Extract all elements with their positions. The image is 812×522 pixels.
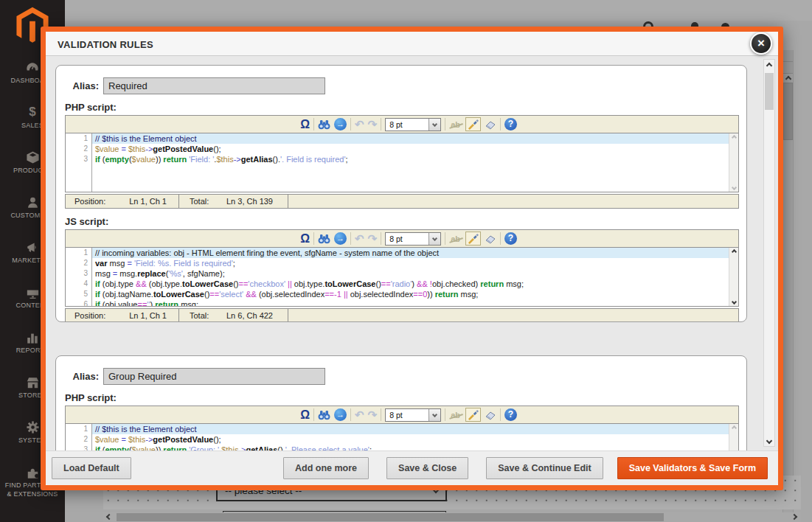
validation-rules-modal: × VALIDATION RULES Alias: PHP script: Ω … <box>41 27 783 490</box>
scroll-left-icon[interactable] <box>106 514 112 520</box>
spellcheck-icon[interactable]: ab <box>449 234 462 243</box>
code-line: 3if (empty($value)) return 'Field: '.$th… <box>66 154 738 164</box>
save-close-button[interactable]: Save & Close <box>386 457 468 479</box>
modal-body: Alias: PHP script: Ω → ↶ ↷ 8 pt ab ? 1//… <box>46 56 778 450</box>
special-char-icon[interactable]: Ω <box>300 118 310 131</box>
alias-row: Alias: <box>65 368 739 385</box>
modal-title: VALIDATION RULES <box>58 39 153 50</box>
code-line: 5if (obj.tagName.toLowerCase()=='select'… <box>66 289 738 299</box>
page-horizontal-scrollbar[interactable] <box>103 512 801 522</box>
editor-toolbar: Ω → ↶ ↷ 8 pt ab ? <box>65 115 739 133</box>
alias-input[interactable] <box>103 77 325 94</box>
font-size-select[interactable]: 8 pt <box>385 408 441 422</box>
alias-row: Alias: <box>65 77 739 94</box>
scroll-down-icon[interactable] <box>731 185 736 190</box>
help-icon[interactable]: ? <box>504 118 517 130</box>
editor-position-bar: Position:Ln 1, Ch 1Total:Ln 3, Ch 139 <box>65 194 739 209</box>
alias-input[interactable] <box>103 368 325 385</box>
modal-header: VALIDATION RULES <box>46 32 778 56</box>
editor-scrollbar[interactable] <box>729 133 738 192</box>
scrollbar-thumb[interactable] <box>783 83 793 140</box>
scroll-corner-box <box>783 50 793 62</box>
position-cell: Position:Ln 1, Ch 1 <box>66 195 179 208</box>
special-char-icon[interactable]: Ω <box>300 408 310 422</box>
highlight-icon[interactable] <box>465 232 481 246</box>
eraser-icon[interactable] <box>485 234 496 244</box>
editor-toolbar: Ω → ↶ ↷ 8 pt ab ? <box>65 406 739 424</box>
scroll-up-icon[interactable] <box>731 425 736 431</box>
validator-card-required: Alias: PHP script: Ω → ↶ ↷ 8 pt ab ? 1//… <box>55 65 747 322</box>
highlight-icon[interactable] <box>465 117 481 131</box>
scrollbar-thumb[interactable] <box>117 513 664 521</box>
goto-icon[interactable]: → <box>334 118 347 130</box>
chevron-down-icon[interactable] <box>428 119 440 130</box>
close-icon[interactable]: × <box>750 32 772 55</box>
scrollbar-thumb[interactable] <box>765 73 774 110</box>
save-validators-button[interactable]: Save Validators & Save Form <box>617 457 768 479</box>
find-icon[interactable] <box>318 234 330 244</box>
eraser-icon[interactable] <box>485 410 496 420</box>
code-editor[interactable]: 1// $this is the Element object2$value =… <box>65 133 739 192</box>
page-vertical-scrollbar[interactable] <box>782 50 794 522</box>
code-line: 2$value = $this->getPostedValue(); <box>66 434 738 445</box>
help-icon[interactable]: ? <box>504 408 517 421</box>
scroll-up-icon[interactable] <box>731 135 736 140</box>
alias-label: Alias: <box>65 371 99 382</box>
code-editor[interactable]: 1// $this is the Element object2$value =… <box>65 424 739 450</box>
redo-icon[interactable]: ↷ <box>368 233 378 245</box>
font-size-select[interactable]: 8 pt <box>385 118 441 131</box>
position-cell: Position:Ln 1, Ch 1 <box>66 309 179 322</box>
scroll-down-icon[interactable] <box>766 438 772 444</box>
code-line: 3msg = msg.replace('%s', sfgName); <box>66 268 738 279</box>
scroll-right-icon[interactable] <box>791 514 797 520</box>
editor-position-bar: Position:Ln 1, Ch 1Total:Ln 6, Ch 422 <box>65 308 739 322</box>
code-line: 1// $this is the Element object <box>66 133 738 144</box>
code-line: 1// $this is the Element object <box>66 424 738 434</box>
save-continue-button[interactable]: Save & Continue Edit <box>486 457 603 479</box>
code-line: 3if (empty($value)) return 'Group: '.$th… <box>66 445 738 450</box>
font-size-value: 8 pt <box>386 234 428 243</box>
special-char-icon[interactable]: Ω <box>300 232 310 246</box>
page-header-strip <box>65 0 812 21</box>
chevron-down-icon[interactable] <box>428 233 440 245</box>
code-line: 4if (obj.type && (obj.type.toLowerCase()… <box>66 279 738 289</box>
scroll-down-icon[interactable] <box>731 299 736 304</box>
chevron-down-icon[interactable] <box>428 409 440 421</box>
redo-icon[interactable]: ↷ <box>368 409 378 421</box>
spellcheck-icon[interactable]: ab <box>449 120 462 129</box>
goto-icon[interactable]: → <box>334 232 347 245</box>
add-one-more-button[interactable]: Add one more <box>283 457 369 479</box>
help-icon[interactable]: ? <box>504 232 517 245</box>
spellcheck-icon[interactable]: ab <box>449 411 462 420</box>
font-size-value: 8 pt <box>386 120 428 129</box>
undo-icon[interactable]: ↶ <box>355 233 364 245</box>
code-line: 1// incoming variables: obj - HTML eleme… <box>66 248 738 258</box>
font-size-select[interactable]: 8 pt <box>385 232 441 246</box>
alias-label: Alias: <box>65 80 99 91</box>
find-icon[interactable] <box>318 119 330 130</box>
total-cell: Total:Ln 3, Ch 139 <box>179 195 288 208</box>
total-cell: Total:Ln 6, Ch 422 <box>179 309 288 322</box>
undo-icon[interactable]: ↶ <box>355 409 364 421</box>
scroll-up-icon[interactable] <box>766 63 772 69</box>
find-icon[interactable] <box>318 410 330 420</box>
code-editor[interactable]: 1// incoming variables: obj - HTML eleme… <box>65 248 739 307</box>
scroll-corner-box <box>783 62 793 74</box>
editor-scrollbar[interactable] <box>729 424 738 450</box>
code-line: 2var msg = 'Field: %s. Field is required… <box>66 258 738 268</box>
scroll-up-icon[interactable] <box>731 249 736 254</box>
modal-scrollbar[interactable] <box>763 59 775 447</box>
script-section-label: PHP script: <box>65 392 739 403</box>
editor-scrollbar[interactable] <box>729 248 738 306</box>
redo-icon[interactable]: ↷ <box>368 119 378 130</box>
font-size-value: 8 pt <box>386 411 428 420</box>
code-line: 2$value = $this->getPostedValue(); <box>66 144 738 154</box>
eraser-icon[interactable] <box>485 119 496 130</box>
highlight-icon[interactable] <box>465 408 481 422</box>
load-default-button[interactable]: Load Default <box>52 457 131 479</box>
undo-icon[interactable]: ↶ <box>355 119 364 130</box>
goto-icon[interactable]: → <box>334 408 347 421</box>
validator-card-group-required: Alias: PHP script: Ω → ↶ ↷ 8 pt ab ? 1//… <box>55 355 747 450</box>
scroll-up-icon[interactable] <box>785 76 791 82</box>
code-line: 6if (obj.value=='') return msg; <box>66 299 738 307</box>
